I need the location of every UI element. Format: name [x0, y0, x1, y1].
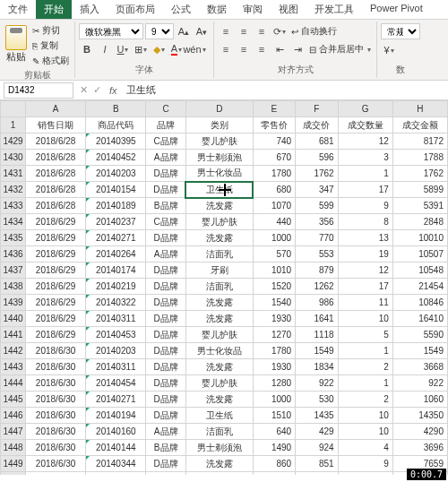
cell[interactable]: D品牌 — [146, 311, 185, 327]
bold-button[interactable]: B — [79, 41, 95, 57]
align-top-button[interactable]: ≡ — [218, 23, 234, 39]
cell[interactable]: 670 — [253, 150, 296, 166]
cell[interactable]: 20140311 — [86, 311, 146, 327]
header-cell[interactable]: 品牌 — [146, 117, 185, 133]
align-right-button[interactable]: ≡ — [254, 41, 270, 57]
cell[interactable]: 1000 — [253, 230, 296, 246]
cell[interactable]: D品牌 — [146, 456, 185, 472]
cell[interactable]: 牙刷 — [185, 263, 253, 279]
row-header[interactable]: 1434 — [1, 214, 26, 230]
row-header[interactable]: 1431 — [1, 166, 26, 182]
underline-button[interactable]: U▾ — [115, 41, 131, 57]
cell[interactable]: 男士剃须泡 — [185, 150, 253, 166]
cell[interactable]: 男士化妆品 — [185, 343, 253, 359]
cell[interactable]: D品牌 — [146, 279, 185, 295]
cell[interactable]: 婴儿护肤 — [185, 327, 253, 343]
cell[interactable]: 4290 — [392, 424, 447, 440]
cell[interactable]: D品牌 — [146, 343, 185, 359]
cell[interactable]: 1834 — [296, 359, 339, 375]
font-size-select[interactable]: 9 — [145, 23, 174, 39]
cell[interactable]: 3668 — [392, 359, 447, 375]
cell[interactable]: 洗发露 — [185, 198, 253, 214]
cell[interactable]: 1010 — [253, 263, 296, 279]
cell[interactable]: D品牌 — [146, 392, 185, 408]
cell[interactable]: 12 — [338, 263, 392, 279]
tab-视图[interactable]: 视图 — [271, 0, 306, 19]
row-header[interactable]: 1438 — [1, 279, 26, 295]
cell[interactable]: 1435 — [296, 408, 339, 424]
cell[interactable]: 1 — [338, 343, 392, 359]
row-header[interactable]: 1445 — [1, 392, 26, 408]
cell[interactable]: 20140203 — [86, 166, 146, 182]
cell[interactable]: 851 — [296, 456, 339, 472]
cell[interactable]: 1762 — [392, 166, 447, 182]
cell[interactable] — [338, 472, 392, 476]
cell[interactable]: 924 — [296, 440, 339, 456]
row-header[interactable]: 1433 — [1, 198, 26, 214]
col-header-B[interactable]: B — [86, 101, 146, 117]
name-box[interactable] — [4, 82, 73, 99]
cell[interactable]: 2018/6/29 — [26, 263, 86, 279]
cell[interactable]: 10 — [338, 408, 392, 424]
cell[interactable]: 4 — [338, 440, 392, 456]
align-center-button[interactable]: ≡ — [236, 41, 252, 57]
cell[interactable]: 10507 — [392, 246, 447, 263]
tab-公式[interactable]: 公式 — [163, 0, 199, 19]
cell[interactable]: A品牌 — [146, 424, 185, 440]
tab-插入[interactable]: 插入 — [72, 0, 108, 19]
cell[interactable]: 1060 — [392, 392, 447, 408]
cell[interactable]: 洗发露 — [185, 230, 253, 246]
row-header[interactable]: 1444 — [1, 375, 26, 392]
cell[interactable]: 8 — [338, 214, 392, 230]
cell[interactable]: 1788 — [392, 150, 447, 166]
cell[interactable]: 9 — [338, 456, 392, 472]
cell[interactable]: C品牌 — [146, 214, 185, 230]
cell[interactable]: 5899 — [392, 182, 447, 198]
cell[interactable]: 10 — [338, 424, 392, 440]
cell[interactable]: 14350 — [392, 408, 447, 424]
cell[interactable]: 2018/6/29 — [26, 327, 86, 343]
fx-icon[interactable]: fx — [104, 85, 123, 96]
cell[interactable]: 860 — [253, 456, 296, 472]
cell[interactable]: 20140203 — [86, 343, 146, 359]
tab-页面布局[interactable]: 页面布局 — [108, 0, 163, 19]
cell[interactable]: 1520 — [253, 279, 296, 295]
cell[interactable]: 17 — [338, 182, 392, 198]
tab-审阅[interactable]: 审阅 — [235, 0, 271, 19]
row-header[interactable]: 1446 — [1, 408, 26, 424]
cell[interactable]: 10010 — [392, 230, 447, 246]
cell[interactable]: 9 — [338, 198, 392, 214]
cell[interactable]: 879 — [296, 263, 339, 279]
row-header[interactable]: 1 — [1, 117, 26, 133]
cell[interactable]: 553 — [296, 246, 339, 263]
cell[interactable]: 2018/6/30 — [26, 343, 86, 359]
cell[interactable]: D品牌 — [146, 166, 185, 182]
cell[interactable]: 20140395 — [86, 133, 146, 150]
row-header[interactable]: 1440 — [1, 311, 26, 327]
tab-开始[interactable]: 开始 — [36, 0, 72, 19]
cell[interactable]: 530 — [296, 392, 339, 408]
wrap-text-button[interactable]: ↩自动换行 — [289, 24, 339, 39]
cell[interactable]: D品牌 — [146, 295, 185, 311]
cell[interactable]: 13 — [338, 230, 392, 246]
cell[interactable]: D品牌 — [146, 230, 185, 246]
cell[interactable]: B品牌 — [146, 440, 185, 456]
cell[interactable]: 洗发露 — [185, 311, 253, 327]
cell[interactable] — [296, 472, 339, 476]
cell[interactable]: 1930 — [253, 311, 296, 327]
cell[interactable]: 11 — [338, 295, 392, 311]
cell[interactable]: 1641 — [296, 311, 339, 327]
col-header-E[interactable]: E — [253, 101, 296, 117]
cell[interactable]: 1070 — [253, 198, 296, 214]
cell[interactable]: 1510 — [253, 408, 296, 424]
cell[interactable]: 洗发露 — [185, 359, 253, 375]
cell[interactable]: 20140174 — [86, 263, 146, 279]
cell[interactable]: 2018/6/29 — [26, 246, 86, 263]
row-header[interactable]: 1439 — [1, 295, 26, 311]
border-button[interactable]: ⊞▾ — [133, 41, 149, 57]
cell[interactable]: 20140144 — [86, 440, 146, 456]
cell[interactable]: 3696 — [392, 440, 447, 456]
format-painter-button[interactable]: ✎格式刷 — [30, 54, 71, 68]
cell[interactable]: 596 — [296, 150, 339, 166]
cell[interactable]: 19 — [338, 246, 392, 263]
